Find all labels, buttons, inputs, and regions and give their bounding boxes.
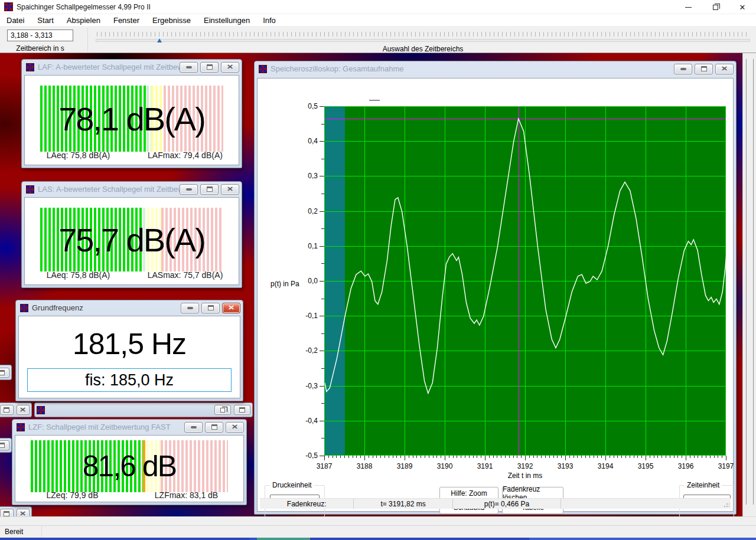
close-button[interactable]: ✕ [221, 62, 239, 73]
x-tick-label: 3192 [517, 462, 533, 470]
maximize-icon [701, 66, 707, 71]
menu-info[interactable]: Info [256, 15, 282, 26]
oscilloscope-plot[interactable] [324, 106, 726, 456]
maximize-button[interactable] [201, 303, 220, 313]
x-tick-label: 3189 [397, 462, 413, 470]
close-button[interactable]: ✕ [226, 422, 244, 433]
lzf-level-meter: 81,6 dB [31, 440, 228, 492]
lzf-titlebar[interactable]: LZF: Schallpegel mit Zeitbewertung FAST … [12, 420, 246, 434]
minimize-icon [186, 66, 192, 68]
menu-abspielen[interactable]: Abspielen [60, 15, 107, 26]
close-button[interactable]: ✕ [17, 405, 30, 415]
time-range-slider[interactable]: Auswahl des Zeitbereichs [94, 26, 751, 53]
close-button[interactable]: ✕ [729, 0, 756, 14]
status-segment: Fadenkreuz: [260, 499, 354, 509]
menu-start[interactable]: Start [31, 15, 60, 26]
resize-grip[interactable] [724, 502, 729, 508]
minimized-window-fragment[interactable] [0, 438, 12, 453]
las-window-title: LAS: A-bewerteter Schallpegel mit Zeitbe… [38, 185, 180, 194]
maximize-button[interactable] [695, 64, 713, 74]
maximize-button[interactable] [200, 184, 219, 195]
close-icon: ✕ [227, 186, 234, 192]
minimized-window-fragment[interactable] [0, 365, 12, 380]
minimize-button[interactable] [181, 303, 199, 313]
window-buttons: ✕ [184, 422, 244, 433]
restore-icon [4, 511, 9, 516]
slider-label: Auswahl des Zeitbereichs [94, 45, 751, 53]
restore-button[interactable] [0, 509, 14, 517]
y-tick-label: 0,0 [298, 277, 318, 285]
menu-einstellungen[interactable]: Einstellungen [197, 15, 256, 26]
las-max-label: LASmax: 75,7 dB(A) [132, 270, 239, 280]
y-tick-label: -0,3 [298, 382, 318, 390]
laf-window: LAF: A-bewerteter Schallpegel mit Zeitbe… [21, 59, 242, 168]
restore-button[interactable] [0, 440, 9, 450]
slider-thumb[interactable] [157, 38, 162, 42]
las-value: 75,7 dB(A) [40, 208, 223, 271]
menu-ergebnisse[interactable]: Ergebnisse [146, 15, 197, 26]
y-tick-label: -0,1 [298, 312, 318, 320]
minimize-button[interactable] [674, 0, 702, 14]
menu-fenster[interactable]: Fenster [107, 15, 146, 26]
minimized-window-fragment[interactable]: ✕ [0, 506, 32, 516]
maximize-button[interactable] [205, 422, 223, 433]
minimize-button[interactable] [674, 64, 692, 74]
las-titlebar[interactable]: LAS: A-bewerteter Schallpegel mit Zeitbe… [22, 182, 242, 197]
minimize-button[interactable] [180, 184, 198, 195]
restore-button[interactable] [0, 368, 9, 378]
y-tick-label: -0,2 [298, 346, 318, 355]
druckeinheit-label: Druckeinheit [270, 481, 314, 489]
restore-button[interactable] [214, 405, 231, 415]
app-icon [26, 63, 34, 71]
close-button[interactable]: ✕ [221, 184, 239, 195]
maximize-icon [207, 64, 213, 70]
window-buttons: ✕ [181, 303, 240, 313]
close-icon: ✕ [227, 64, 234, 70]
restore-icon [220, 408, 225, 413]
close-button[interactable]: ✕ [715, 64, 734, 74]
window-buttons: ✕ [180, 62, 239, 73]
minimized-window-titlebar[interactable] [34, 402, 253, 417]
minimize-button[interactable] [180, 62, 198, 73]
minimize-icon [187, 307, 193, 309]
y-tick-label: 0,2 [298, 207, 318, 215]
maximize-button[interactable] [200, 62, 219, 73]
time-range-input[interactable] [7, 30, 73, 41]
main-titlebar[interactable]: Spaichinger Schallpegelmesser 4,99 Pro I… [0, 0, 756, 14]
mdi-scrollbar[interactable] [742, 53, 756, 516]
mdi-bottom-strip [0, 516, 756, 525]
close-button[interactable]: ✕ [17, 509, 30, 517]
maximize-button[interactable] [234, 405, 250, 415]
oscilloscope-window-title: Speicheroszilloskop: Gesamtaufnahme [271, 64, 674, 73]
toolbar: Zeitbereich in s Auswahl des Zeitbereich… [0, 26, 756, 53]
slider-ruler [97, 32, 749, 37]
laf-leq-label: LAeq: 75,8 dB(A) [25, 150, 132, 160]
close-button[interactable]: ✕ [222, 303, 240, 313]
scrollbar-track-line [746, 59, 747, 505]
app-icon [20, 304, 28, 312]
menu-datei[interactable]: Datei [0, 15, 31, 26]
grundfrequenz-titlebar[interactable]: Grundfrequenz ✕ [16, 300, 243, 315]
minimize-button[interactable] [184, 422, 203, 433]
restore-button[interactable] [0, 405, 14, 415]
close-icon: ✕ [232, 424, 239, 430]
lzf-max-label: LZFmax: 83,1 dB [129, 490, 243, 500]
oscilloscope-titlebar[interactable]: Speicheroszilloskop: Gesamtaufnahme ✕ [255, 61, 736, 76]
x-tick-label: 3188 [357, 462, 373, 470]
grundfrequenz-note-box: fis: 185,0 Hz [27, 368, 232, 392]
y-axis-ticks [320, 106, 324, 456]
restore-icon [4, 407, 9, 413]
las-sublabels: LAeq: 75,8 dB(A) LASmax: 75,7 dB(A) [25, 270, 239, 280]
statusbar-separator [41, 526, 42, 538]
restore-button[interactable] [702, 0, 729, 14]
laf-titlebar[interactable]: LAF: A-bewerteter Schallpegel mit Zeitbe… [22, 60, 242, 74]
las-window-body: 75,7 dB(A) LAeq: 75,8 dB(A) LASmax: 75,7… [24, 197, 239, 285]
slider-track[interactable] [96, 39, 750, 42]
laf-sublabels: LAeq: 75,8 dB(A) LAFmax: 79,4 dB(A) [25, 150, 239, 160]
close-icon: ✕ [721, 66, 728, 72]
minimized-window-fragment[interactable]: ✕ [0, 402, 32, 417]
grundfrequenz-window-body: 181,5 Hz fis: 185,0 Hz [18, 316, 240, 398]
toolbar-separator [87, 28, 88, 51]
las-window: LAS: A-bewerteter Schallpegel mit Zeitbe… [21, 181, 242, 288]
laf-window-title: LAF: A-bewerteter Schallpegel mit Zeitbe… [38, 63, 180, 71]
